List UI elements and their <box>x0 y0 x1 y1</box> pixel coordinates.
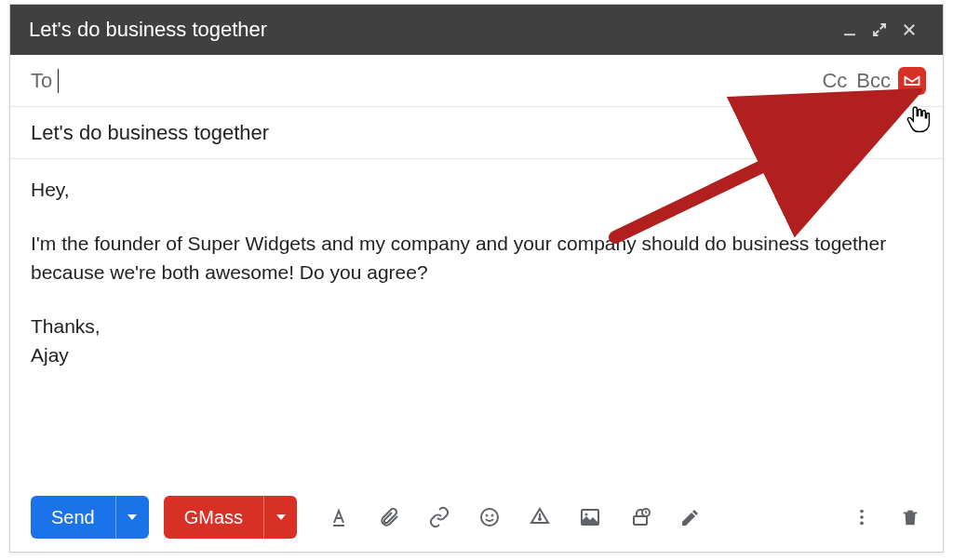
subject-text: Let's do business together <box>31 121 269 145</box>
svg-point-5 <box>487 515 488 516</box>
text-format-icon[interactable] <box>327 505 351 529</box>
body-paragraph: I'm the founder of Super Widgets and my … <box>31 230 922 287</box>
svg-point-10 <box>585 513 588 516</box>
minimize-icon[interactable] <box>835 15 865 45</box>
svg-point-4 <box>481 509 498 526</box>
titlebar: Let's do business together <box>10 5 943 55</box>
compose-toolbar: Send GMass <box>10 483 943 552</box>
send-dropdown[interactable] <box>115 496 149 539</box>
image-icon[interactable] <box>578 505 602 529</box>
signature-icon[interactable] <box>678 505 703 529</box>
gmass-dropdown[interactable] <box>263 496 297 539</box>
svg-point-14 <box>860 515 864 519</box>
subject-row[interactable]: Let's do business together <box>10 107 943 159</box>
more-options-icon[interactable] <box>850 505 874 529</box>
confidential-icon[interactable] <box>628 505 652 529</box>
attach-icon[interactable] <box>377 505 401 529</box>
gmass-button-group: GMass <box>164 496 297 539</box>
gmass-extension-icon[interactable] <box>898 67 926 95</box>
cc-button[interactable]: Cc <box>822 69 847 93</box>
compose-window: Let's do business together To Cc Bcc Let… <box>9 4 944 553</box>
emoji-icon[interactable] <box>477 505 502 529</box>
to-input[interactable] <box>59 65 812 97</box>
body-signature: Ajay <box>31 341 922 369</box>
send-button[interactable]: Send <box>31 496 115 539</box>
compose-right-tools <box>850 505 922 529</box>
link-icon[interactable] <box>427 505 451 529</box>
bcc-button[interactable]: Bcc <box>856 69 891 93</box>
email-body[interactable]: Hey, I'm the founder of Super Widgets an… <box>10 159 943 483</box>
svg-rect-16 <box>904 513 918 514</box>
formatting-tools <box>327 505 703 529</box>
gmass-button[interactable]: GMass <box>164 496 263 539</box>
drive-icon[interactable] <box>528 505 552 529</box>
body-closing: Thanks, <box>31 313 922 340</box>
body-greeting: Hey, <box>31 176 922 204</box>
fullscreen-icon[interactable] <box>865 15 894 45</box>
svg-point-6 <box>492 515 493 516</box>
svg-point-15 <box>860 522 864 526</box>
svg-point-13 <box>860 510 864 513</box>
window-title: Let's do business together <box>29 18 835 42</box>
to-label: To <box>31 69 52 93</box>
recipients-row: To Cc Bcc <box>10 55 943 107</box>
send-button-group: Send <box>31 496 149 539</box>
close-icon[interactable] <box>894 15 924 45</box>
discard-icon[interactable] <box>898 505 922 529</box>
svg-rect-11 <box>634 516 647 525</box>
svg-point-7 <box>539 518 541 520</box>
